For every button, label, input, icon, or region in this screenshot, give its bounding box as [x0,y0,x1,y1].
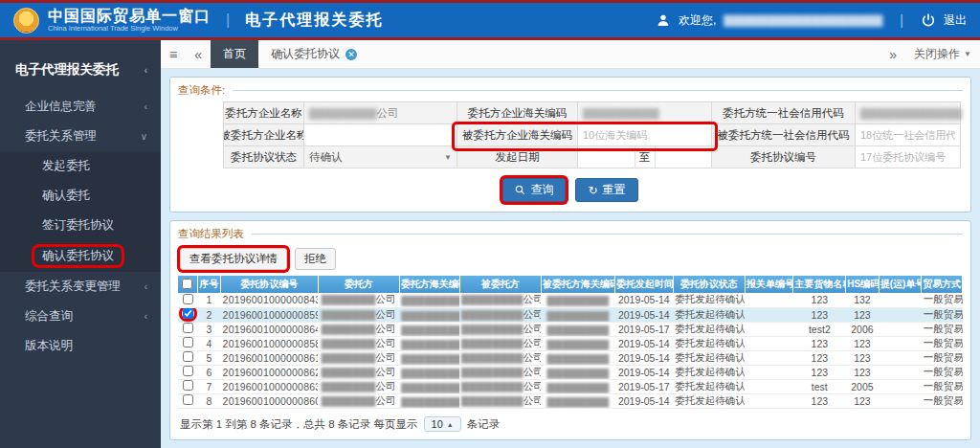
cell-agreement-no: 20196001000000864 [221,322,318,336]
label-consignor-customs-code: 委托方企业海关编码 [457,101,578,124]
cell-seq: 4 [197,336,220,350]
row-checkbox[interactable] [183,351,193,362]
label-consignor-uscc: 委托方统一社会信用代码 [711,101,856,124]
cell-status: 委托发起待确认 [673,365,745,379]
start-date-to-input[interactable] [656,146,712,168]
select-all-checkbox[interactable] [182,279,192,289]
cell-consignee: ▇▇▇▇▇▇▇▇公司 [459,350,541,365]
consignee-customs-code-field[interactable] [577,123,712,146]
menu-icon[interactable]: ≡ [161,40,186,68]
table-row[interactable]: 5 20196001000000861 ▇▇▇▇▇▇▇公司 ▇▇▇▇▇▇▇▇ ▇… [178,350,963,365]
welcome-label: 欢迎您, [679,12,716,29]
cell-hs-code: 2006 [846,322,879,336]
agreement-status-select[interactable]: 待确认 ▼ [303,146,457,168]
cell-consignee-customs-code: ▇▇▇▇▇▇▇▇ [541,350,614,365]
sidebar-item-root[interactable]: 电子代理报关委托 ‹ [0,54,161,92]
col-declaration-no: 报关单编号 [745,276,793,293]
cell-status: 委托发起待确认 [673,322,745,336]
cell-bl-no [879,322,922,336]
reject-button[interactable]: 拒绝 [295,248,336,270]
cell-seq: 1 [197,293,220,307]
cell-consignor: ▇▇▇▇▇▇▇公司 [318,365,399,379]
cell-seq: 2 [197,307,220,322]
query-panel: 查询条件: 委托方企业名称 ▇▇▇▇▇▇▇▇公司 委托方企业海关编码 ▇▇▇▇▇… [169,77,971,213]
row-checkbox-wrap [182,308,194,319]
table-row[interactable]: 8 20196001000000860 ▇▇▇▇▇▇▇公司 ▇▇▇▇▇▇▇▇ ▇… [178,393,963,408]
cell-consignee: ▇▇▇▇▇▇▇▇公司 [459,293,541,307]
row-checkbox-wrap [182,294,194,304]
cell-start-time: 2019-05-14 [614,336,673,350]
row-checkbox[interactable] [183,337,193,347]
cell-declaration-no [745,336,793,350]
reset-button[interactable]: ↻ 重置 [575,178,637,202]
table-row[interactable]: 3 20196001000000864 ▇▇▇▇▇▇▇公司 ▇▇▇▇▇▇▇▇ ▇… [178,322,963,336]
consignee-uscc-input[interactable] [860,129,955,141]
start-date-from-input[interactable] [578,146,635,168]
sidebar-item-sign-agreement[interactable]: 签订委托协议 [0,211,161,240]
collapse-left-icon[interactable]: « [186,40,211,68]
row-checkbox[interactable] [183,294,193,304]
row-checkbox-wrap [182,351,194,362]
cell-consignor: ▇▇▇▇▇▇▇公司 [318,293,399,307]
table-row[interactable]: 4 20196001000000858 ▇▇▇▇▇▇▇公司 ▇▇▇▇▇▇▇▇ ▇… [178,336,963,350]
consignee-customs-code-input[interactable] [583,129,706,141]
value-consignor-customs-code: ▇▇▇▇▇▇▇▇▇ [577,101,712,124]
consignee-uscc-field[interactable] [855,123,961,146]
sidebar-item-version-notes[interactable]: 版本说明 [0,331,161,361]
col-agreement-no: 委托协议编号 [221,276,318,293]
collapse-right-icon[interactable]: » [880,47,905,62]
sidebar-item-comprehensive-query[interactable]: 综合查询 ‹ [0,302,161,331]
col-consignor: 委托方 [318,276,399,293]
search-button[interactable]: 查询 [502,178,566,202]
label-agreement-no: 委托协议编号 [711,146,856,168]
cell-bl-no [879,293,922,307]
cell-bl-no [879,307,922,322]
tab-home[interactable]: 首页 [211,40,258,68]
cell-declaration-no [745,293,793,307]
table-row[interactable]: 6 20196001000000862 ▇▇▇▇▇▇▇公司 ▇▇▇▇▇▇▇▇ ▇… [178,365,963,379]
results-table-body: 1 20196001000000843 ▇▇▇▇▇▇▇公司 ▇▇▇▇▇▇▇▇ ▇… [178,293,963,408]
row-checkbox[interactable] [183,366,193,376]
col-consignee-customs-code: 被委托方海关编码 [541,276,614,293]
sidebar-item-entrust-change-mgmt[interactable]: 委托关系变更管理 ‹ [0,272,161,302]
cell-agreement-no: 20196001000000862 [221,365,318,379]
label-consignee-name: 被委托方企业名称 [223,123,304,146]
table-row[interactable]: 7 20196001000000863 ▇▇▇▇▇▇▇公司 ▇▇▇▇▇▇▇▇ ▇… [178,379,963,393]
row-checkbox[interactable] [183,308,193,319]
close-tab-icon[interactable]: ✕ [345,49,357,60]
sidebar-item-entrust-mgmt[interactable]: 委托关系管理 ∨ [0,122,161,151]
row-checkbox[interactable] [183,394,193,405]
cell-consignor-customs-code: ▇▇▇▇▇▇▇▇ [399,307,459,322]
cell-agreement-no: 20196001000000843 [221,293,318,307]
agreement-no-field[interactable] [855,146,961,168]
cell-consignor: ▇▇▇▇▇▇▇公司 [318,336,399,350]
date-to-label: 至 [635,146,656,168]
sidebar-item-enterprise-info[interactable]: 企业信息完善 ‹ [0,92,161,122]
brand-subtitle: China International Trade Single Window [48,24,211,33]
tab-confirm-agreement[interactable]: 确认委托协议 ✕ [258,40,369,68]
sidebar-item-confirm-agreement[interactable]: 确认委托协议 [0,240,161,272]
col-trade-mode: 贸易方式 [922,276,963,293]
cell-consignee: ▇▇▇▇▇▇▇▇公司 [459,307,541,322]
agreement-no-input[interactable] [860,151,955,163]
sidebar-item-initiate-entrust[interactable]: 发起委托 [0,151,161,181]
label-agreement-status: 委托协议状态 [223,146,304,168]
consignee-name-input[interactable] [309,129,452,141]
cell-trade-mode: 一般贸易 [922,293,963,307]
row-checkbox-wrap [182,380,194,391]
consignee-name-field[interactable] [303,123,457,146]
reset-icon: ↻ [588,184,597,197]
power-icon[interactable] [921,12,936,28]
logout-button[interactable]: 退出 [944,12,967,29]
row-checkbox[interactable] [183,323,193,333]
sidebar-item-confirm-entrust[interactable]: 确认委托 [0,181,161,211]
start-date-range: 至 [577,146,712,168]
close-operations-dropdown[interactable]: 关闭操作 ▼ [905,46,980,62]
cell-trade-mode: 一般贸易 [922,379,963,393]
table-row[interactable]: 1 20196001000000843 ▇▇▇▇▇▇▇公司 ▇▇▇▇▇▇▇▇ ▇… [178,293,963,307]
table-row[interactable]: 2 20196001000000859 ▇▇▇▇▇▇▇公司 ▇▇▇▇▇▇▇▇ ▇… [178,307,963,322]
view-agreement-detail-button[interactable]: 查看委托协议详情 [180,248,287,270]
chevron-left-icon: ‹ [145,65,147,76]
row-checkbox[interactable] [183,380,193,391]
page-size-select[interactable]: 10 ▲ [424,416,461,432]
